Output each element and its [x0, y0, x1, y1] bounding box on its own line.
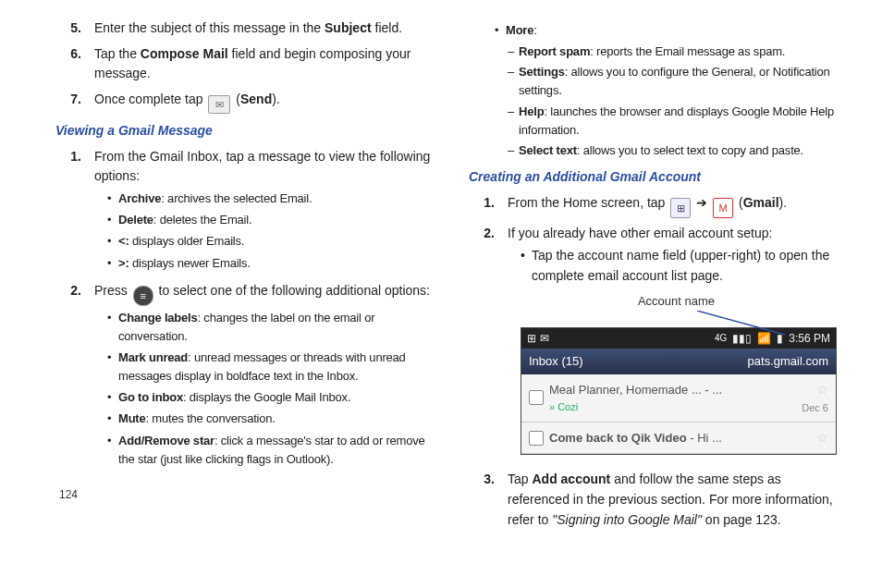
bullet-icon: •	[107, 410, 118, 428]
left-column: 5. Enter the subject of this message in …	[55, 18, 432, 536]
step-body: Once complete tap ✉ (Send).	[94, 90, 432, 114]
account-name-label: Account name	[508, 292, 845, 311]
text: Press	[94, 283, 131, 298]
text: Tap	[508, 472, 532, 486]
subject-bold: Subject	[325, 20, 372, 35]
create-step-1: 1. From the Home screen, tap ⊞ ➔ M (Gmai…	[469, 193, 845, 218]
text: : mutes the conversation.	[146, 411, 276, 425]
bullet-more: • More:	[495, 21, 845, 40]
text: From the Home screen, tap	[508, 195, 668, 210]
phone-screenshot: ⊞ ✉ 4G ▮▮▯ 📶 ▮ 3:56 PM Inbox (15)	[521, 327, 837, 456]
step-number: 7.	[55, 90, 81, 114]
dash-icon: –	[508, 103, 519, 140]
dash-icon: –	[508, 43, 519, 61]
phone-gmail-bar: Inbox (15) pats.gmail.com	[521, 349, 836, 374]
phone-mail-row: Come back to Qik Video - Hi ... ☆	[521, 423, 836, 455]
mail-title-bold: Come back to Qik Video	[549, 431, 687, 445]
text: field.	[372, 20, 402, 35]
bullet-mute: • Mute: mutes the conversation.	[107, 410, 432, 428]
text: If you already have other email account …	[508, 224, 845, 244]
bullet-tap-account-name: • Tap the account name field (upper-righ…	[521, 246, 845, 286]
step-body: If you already have other email account …	[508, 224, 845, 465]
text: to select one of the following additiona…	[159, 283, 430, 298]
mail-date: Dec 6	[802, 400, 828, 416]
step-body: Tap Add account and follow the same step…	[508, 470, 845, 530]
text: : displays the Google Mail Inbox.	[183, 390, 350, 404]
dash-report-spam: – Report spam: reports the Email message…	[508, 43, 845, 61]
text: ).	[272, 92, 280, 106]
text: on page 123.	[702, 512, 781, 527]
text: Once complete tap	[94, 92, 206, 106]
bullet-icon: •	[107, 211, 118, 229]
cross-ref-italic: "Signing into Google Mail"	[552, 512, 702, 527]
heading-viewing-gmail: Viewing a Gmail Message	[55, 121, 432, 141]
text: displays newer Emails.	[129, 256, 251, 270]
dash-icon: –	[508, 141, 519, 160]
bullet-archive: • Archive: archives the selected Email.	[107, 190, 432, 208]
bullet-icon: •	[107, 349, 118, 386]
step-6: 6. Tap the Compose Mail field and begin …	[55, 44, 432, 84]
account-name-field[interactable]: pats.gmail.com	[748, 352, 828, 371]
go-inbox-bold: Go to inbox	[118, 390, 183, 404]
text: : launches the browser and displays Goog…	[519, 104, 834, 137]
page: 5. Enter the subject of this message in …	[0, 0, 882, 555]
step-body: From the Gmail Inbox, tap a message to v…	[94, 147, 432, 276]
bullet-change-labels: • Change labels: changes the label on th…	[107, 309, 432, 346]
add-account-bold: Add account	[532, 472, 610, 486]
step-body: Press ≡ to select one of the following a…	[94, 281, 432, 472]
star-icon: ☆	[816, 428, 828, 448]
step-number: 1.	[55, 147, 81, 276]
change-labels-bold: Change labels	[118, 311, 198, 325]
mail-title-rest: - Hi ...	[687, 431, 722, 445]
pointer-line	[508, 311, 845, 327]
text: ).	[779, 195, 788, 210]
settings-bold: Settings	[519, 65, 565, 79]
text: : allows you to select text to copy and …	[577, 143, 803, 157]
bullet-icon: •	[107, 254, 118, 273]
view-step-1: 1. From the Gmail Inbox, tap a message t…	[55, 147, 432, 276]
step-number: 2.	[469, 224, 495, 465]
step-number: 3.	[469, 470, 495, 530]
select-text-bold: Select text	[519, 143, 577, 157]
apps-grid-icon: ⊞	[670, 198, 691, 218]
svg-line-0	[697, 311, 785, 335]
star-bold: Add/Remove star	[118, 434, 214, 447]
arrow: ➔	[696, 195, 711, 210]
text: : deletes the Email.	[153, 213, 252, 227]
text: Tap the account name field (upper-right)…	[532, 246, 845, 286]
heading-creating-account: Creating an Additional Gmail Account	[469, 167, 845, 188]
dash-help: – Help: launches the browser and display…	[508, 103, 845, 140]
text: : allows you to configure the General, o…	[519, 65, 830, 97]
right-column: • More: – Report spam: reports the Email…	[469, 18, 845, 536]
checkbox-icon	[529, 390, 544, 405]
text: :	[533, 23, 536, 37]
dash-select-text: – Select text: allows you to select text…	[508, 141, 845, 160]
step-number: 6.	[55, 44, 81, 84]
mail-sub: » Cozi	[549, 399, 796, 415]
step-body: From the Home screen, tap ⊞ ➔ M (Gmail).	[508, 193, 845, 218]
lt-bold: <:	[118, 234, 129, 248]
menu-icon: ≡	[133, 286, 153, 306]
bullet-newer: • >: displays newer Emails.	[107, 254, 432, 273]
help-bold: Help	[519, 104, 544, 118]
bullet-icon: •	[107, 190, 118, 208]
gt-bold: >:	[118, 256, 129, 270]
step-number: 2.	[55, 281, 81, 472]
mute-bold: Mute	[118, 411, 146, 425]
send-bold: Send	[240, 92, 272, 106]
compose-mail-bold: Compose Mail	[141, 46, 228, 61]
create-step-3: 3. Tap Add account and follow the same s…	[469, 470, 845, 530]
mail-title: Meal Planner, Homemade ... - ...	[549, 381, 796, 399]
text: : reports the Email message as spam.	[590, 44, 785, 58]
checkbox-icon	[529, 431, 544, 446]
step-number: 1.	[469, 193, 495, 218]
inbox-label: Inbox (15)	[529, 352, 583, 371]
bullet-go-inbox: • Go to inbox: displays the Google Mail …	[107, 388, 432, 407]
gmail-bold: Gmail	[743, 195, 779, 210]
star-icon: ☆	[802, 380, 828, 400]
archive-bold: Archive	[118, 191, 161, 205]
bullet-icon: •	[521, 246, 532, 286]
bullet-mark-unread: • Mark unread: unread messages or thread…	[107, 349, 432, 386]
account-name-text: Account name	[638, 294, 715, 308]
more-bold: More	[506, 23, 533, 37]
